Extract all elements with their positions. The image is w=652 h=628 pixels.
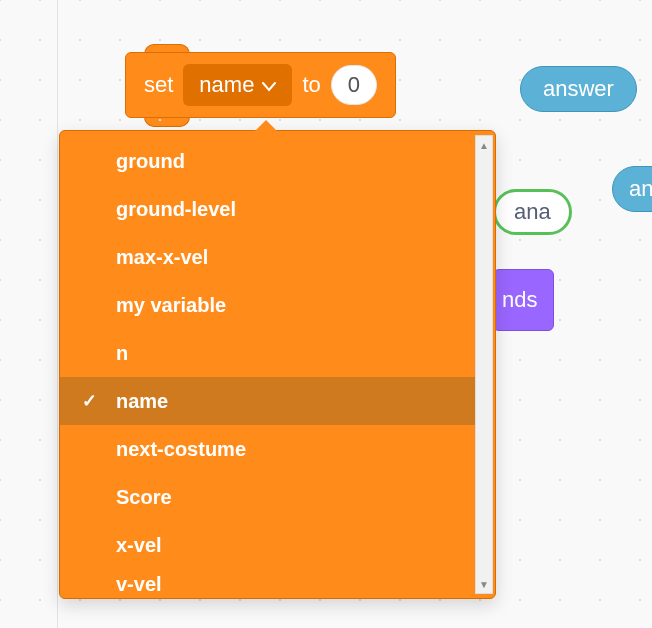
dropdown-pointer bbox=[255, 120, 277, 131]
dropdown-item-label: v-vel bbox=[116, 573, 162, 592]
dropdown-item-label: my variable bbox=[116, 294, 226, 317]
dropdown-item[interactable]: next-costume bbox=[60, 425, 476, 473]
dropdown-item[interactable]: ✓name bbox=[60, 377, 476, 425]
scrollbar[interactable]: ▲ ▼ bbox=[475, 135, 493, 594]
answer-reporter-block-2[interactable]: ans bbox=[612, 166, 652, 212]
dropdown-item-label: n bbox=[116, 342, 128, 365]
dropdown-item[interactable]: v-vel bbox=[60, 569, 476, 592]
dropdown-item-label: max-x-vel bbox=[116, 246, 208, 269]
dropdown-item-label: Score bbox=[116, 486, 172, 509]
variable-name: name bbox=[199, 72, 254, 98]
check-icon: ✓ bbox=[82, 390, 97, 412]
scroll-down-arrow-icon[interactable]: ▼ bbox=[476, 575, 492, 593]
dropdown-item-label: ground-level bbox=[116, 198, 236, 221]
variable-dropdown-menu[interactable]: groundground-levelmax-x-velmy variablen✓… bbox=[59, 130, 496, 599]
dropdown-list: groundground-levelmax-x-velmy variablen✓… bbox=[60, 137, 476, 592]
dropdown-item[interactable]: ground-level bbox=[60, 185, 476, 233]
looks-block-fragment: nds bbox=[502, 287, 537, 313]
dropdown-item[interactable]: max-x-vel bbox=[60, 233, 476, 281]
text-input-slot[interactable]: ana bbox=[493, 189, 572, 235]
scroll-thumb[interactable] bbox=[478, 154, 490, 354]
dropdown-item-label: next-costume bbox=[116, 438, 246, 461]
dropdown-item[interactable]: x-vel bbox=[60, 521, 476, 569]
dropdown-item-label: ground bbox=[116, 150, 185, 173]
dropdown-item-label: name bbox=[116, 390, 168, 413]
chevron-down-icon bbox=[262, 72, 276, 98]
set-variable-block[interactable]: set name to 0 bbox=[125, 52, 396, 118]
looks-block[interactable]: nds bbox=[493, 269, 554, 331]
answer-label: answer bbox=[543, 76, 614, 102]
answer-label-2: ans bbox=[629, 176, 652, 202]
dropdown-item-label: x-vel bbox=[116, 534, 162, 557]
set-label: set bbox=[144, 72, 173, 98]
dropdown-item[interactable]: Score bbox=[60, 473, 476, 521]
scroll-up-arrow-icon[interactable]: ▲ bbox=[476, 136, 492, 154]
toolbox-divider bbox=[57, 0, 58, 628]
value-input[interactable]: 0 bbox=[331, 65, 377, 105]
answer-reporter-block[interactable]: answer bbox=[520, 66, 637, 112]
dropdown-item[interactable]: n bbox=[60, 329, 476, 377]
dropdown-item[interactable]: my variable bbox=[60, 281, 476, 329]
to-label: to bbox=[302, 72, 320, 98]
value-text: 0 bbox=[348, 72, 360, 98]
variable-dropdown[interactable]: name bbox=[183, 64, 292, 106]
text-input-fragment: ana bbox=[514, 199, 551, 225]
dropdown-item[interactable]: ground bbox=[60, 137, 476, 185]
